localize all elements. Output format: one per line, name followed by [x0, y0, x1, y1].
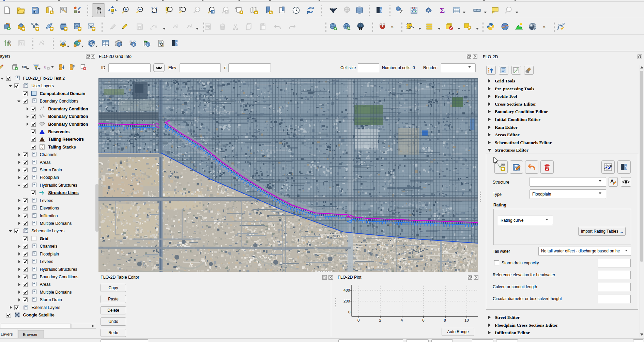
svg-text:i: i [398, 7, 399, 11]
svg-text:Σ: Σ [440, 6, 445, 14]
svg-text:?: ? [176, 41, 179, 46]
svg-text:A: A [610, 178, 614, 184]
svg-text:a: a [78, 10, 80, 14]
svg-text:i: i [147, 43, 148, 47]
svg-text:ε: ε [44, 64, 46, 69]
svg-text:?: ? [625, 165, 628, 170]
svg-text:?: ? [380, 8, 383, 13]
svg-text:i: i [119, 43, 120, 47]
svg-text:1:1: 1:1 [196, 9, 199, 11]
svg-text:i: i [133, 43, 134, 47]
